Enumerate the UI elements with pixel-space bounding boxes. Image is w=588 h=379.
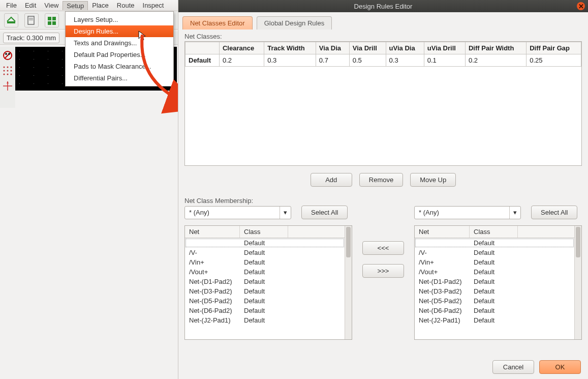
shuttle-buttons: <<< >>> — [362, 206, 404, 278]
list-item[interactable]: Net-(D5-Pad2)Default — [415, 296, 574, 306]
col-empty — [185, 42, 220, 54]
menu-edit[interactable]: Edit — [21, 1, 40, 10]
drc-icon[interactable] — [2, 50, 13, 61]
cell-via-drill[interactable]: 0.5 — [349, 54, 386, 67]
svg-point-18 — [4, 74, 5, 75]
cell-clearance[interactable]: 0.2 — [219, 54, 264, 67]
svg-point-19 — [7, 74, 9, 75]
page-settings-icon[interactable] — [24, 13, 39, 27]
class-cell: Default — [470, 238, 518, 248]
list-item[interactable]: /V-Default — [185, 248, 345, 257]
rule-row-name[interactable]: Default — [185, 54, 220, 67]
move-left-button[interactable]: <<< — [362, 241, 404, 255]
list-item[interactable]: /V-Default — [415, 248, 574, 257]
list-item[interactable]: Net-(D3-Pad2)Default — [415, 286, 574, 296]
list-item[interactable]: Net-(D6-Pad2)Default — [185, 306, 345, 315]
scrollbar-thumb[interactable] — [576, 227, 580, 257]
list-item[interactable]: Net-(D5-Pad2)Default — [185, 296, 345, 306]
left-net-list[interactable]: Net Class Default/V-Default/Vin+Default/… — [184, 225, 352, 340]
setup-menu-dropdown: Layers Setup... Design Rules... Texts an… — [65, 11, 174, 86]
grid-icon[interactable] — [2, 65, 13, 76]
board-setup-icon[interactable] — [45, 13, 59, 27]
menu-layers-setup[interactable]: Layers Setup... — [66, 14, 173, 25]
cell-track-width[interactable]: 0.3 — [264, 54, 316, 67]
svg-rect-4 — [48, 17, 51, 20]
menu-default-pad-props[interactable]: Default Pad Properties... — [66, 49, 173, 61]
menu-differential-pairs[interactable]: Differential Pairs... — [66, 72, 173, 84]
menu-pads-mask-clearance[interactable]: Pads to Mask Clearance... — [66, 61, 173, 72]
chevron-down-icon: ▾ — [280, 207, 291, 219]
list-item[interactable]: Net-(J2-Pad1)Default — [185, 315, 345, 325]
table-row[interactable]: Default 0.2 0.3 0.7 0.5 0.3 0.1 0.2 0.25 — [185, 54, 581, 67]
svg-point-14 — [11, 67, 12, 68]
net-cell: Net-(D5-Pad2) — [415, 296, 470, 306]
col-diff-pair-width: Diff Pair Width — [465, 42, 526, 54]
net-cell: /Vout+ — [415, 267, 470, 277]
cell-uvia-drill[interactable]: 0.1 — [424, 54, 465, 67]
track-width-indicator[interactable]: Track: 0.300 mm — [3, 33, 59, 43]
move-up-button[interactable]: Move Up — [410, 173, 456, 187]
class-cell: Default — [470, 315, 518, 325]
net-cell — [185, 238, 240, 248]
class-cell: Default — [470, 257, 518, 267]
right-net-list[interactable]: Net Class Default/V-Default/Vin+Default/… — [414, 225, 582, 340]
net-cell: /Vout+ — [185, 267, 240, 277]
list-item[interactable]: Default — [185, 238, 345, 248]
list-item[interactable]: /Vout+Default — [415, 267, 574, 277]
class-cell: Default — [470, 296, 518, 306]
left-class-filter-combo[interactable]: * (Any) ▾ — [184, 206, 291, 219]
menu-design-rules[interactable]: Design Rules... — [66, 25, 173, 37]
move-right-button[interactable]: >>> — [362, 264, 404, 278]
list-item[interactable]: /Vin+Default — [185, 257, 345, 267]
close-button[interactable]: ✕ — [577, 2, 585, 10]
right-class-filter-combo[interactable]: * (Any) ▾ — [414, 206, 521, 219]
list-item[interactable]: Net-(J2-Pad1)Default — [415, 315, 574, 325]
net-cell: Net-(D1-Pad2) — [415, 277, 470, 286]
remove-button[interactable]: Remove — [359, 173, 403, 187]
header-class: Class — [470, 226, 518, 238]
scrollbar-thumb[interactable] — [346, 227, 351, 257]
list-item[interactable]: /Vin+Default — [415, 257, 574, 267]
net-classes-table[interactable]: Clearance Track Width Via Dia Via Drill … — [184, 41, 582, 166]
svg-point-20 — [11, 74, 12, 75]
list-item[interactable]: /Vout+Default — [185, 267, 345, 277]
menu-texts-drawings[interactable]: Texts and Drawings... — [66, 37, 173, 49]
list-item[interactable]: Net-(D1-Pad2)Default — [185, 277, 345, 286]
scrollbar[interactable] — [345, 226, 352, 339]
ok-button[interactable]: OK — [539, 360, 581, 374]
svg-rect-0 — [7, 21, 15, 23]
right-select-all-button[interactable]: Select All — [531, 206, 577, 219]
cell-via-dia[interactable]: 0.7 — [316, 54, 349, 67]
cell-diff-pair-gap[interactable]: 0.25 — [527, 54, 581, 67]
cell-diff-pair-width[interactable]: 0.2 — [465, 54, 526, 67]
col-via-drill: Via Drill — [349, 42, 386, 54]
menu-route[interactable]: Route — [113, 1, 139, 10]
left-select-all-button[interactable]: Select All — [301, 206, 348, 219]
svg-point-10 — [5, 53, 7, 55]
polar-coord-icon[interactable] — [2, 80, 13, 92]
cell-uvia-dia[interactable]: 0.3 — [386, 54, 424, 67]
scrollbar[interactable] — [574, 226, 581, 339]
cancel-button[interactable]: Cancel — [492, 360, 534, 374]
left-toolbar — [0, 47, 15, 108]
tab-global-design-rules[interactable]: Global Design Rules — [257, 16, 332, 30]
net-cell: Net-(D6-Pad2) — [185, 306, 240, 315]
menu-view[interactable]: View — [40, 1, 63, 10]
dialog-tabs: Net Classes Editor Global Design Rules — [178, 12, 588, 30]
svg-rect-5 — [52, 17, 56, 20]
list-item[interactable]: Default — [415, 238, 574, 248]
list-header: Net Class — [185, 226, 345, 238]
list-item[interactable]: Net-(D3-Pad2)Default — [185, 286, 345, 296]
save-icon[interactable] — [4, 13, 18, 27]
list-item[interactable]: Net-(D1-Pad2)Default — [415, 277, 574, 286]
tab-net-classes-editor[interactable]: Net Classes Editor — [182, 16, 253, 30]
menu-place[interactable]: Place — [88, 1, 113, 10]
menu-setup[interactable]: Setup — [63, 1, 88, 10]
svg-point-12 — [4, 67, 5, 68]
class-cell: Default — [240, 248, 288, 257]
net-cell — [415, 238, 470, 248]
menu-file[interactable]: File — [2, 1, 21, 10]
add-button[interactable]: Add — [311, 173, 352, 187]
menu-inspect[interactable]: Inspect — [139, 1, 168, 10]
list-item[interactable]: Net-(D6-Pad2)Default — [415, 306, 574, 315]
